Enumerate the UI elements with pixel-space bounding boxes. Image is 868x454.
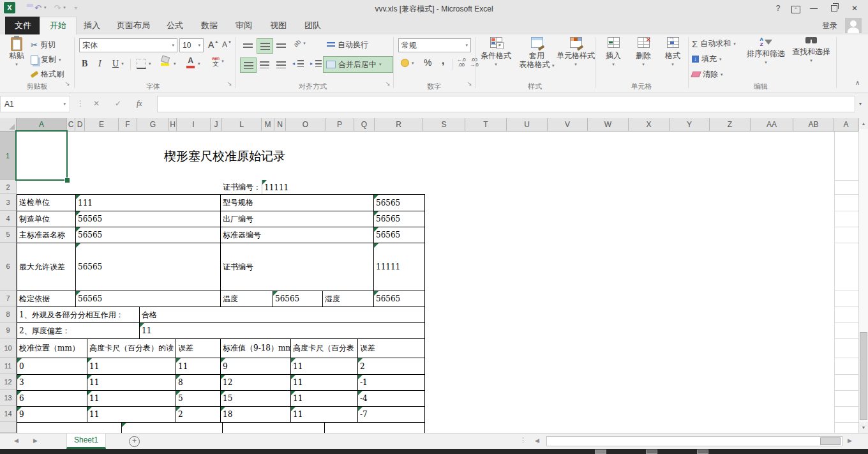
tab-file[interactable]: 文件 bbox=[5, 17, 41, 34]
column-header-q[interactable]: Q bbox=[354, 118, 375, 132]
tab-insert[interactable]: 插入 bbox=[74, 17, 110, 34]
check2-label-cell[interactable]: 2、厚度偏差： bbox=[17, 322, 140, 339]
find-select-button[interactable]: 查找和选择 ▾ bbox=[790, 37, 832, 65]
row-header-12[interactable]: 12 bbox=[0, 374, 17, 390]
info-cell-r6c3[interactable]: 证书编号 bbox=[220, 243, 374, 291]
name-box[interactable]: A1 ▾ bbox=[0, 96, 70, 112]
formula-input[interactable] bbox=[157, 96, 855, 112]
tab-scroll-split-handle[interactable]: ⋮ bbox=[520, 436, 527, 444]
close-button[interactable]: ✕ bbox=[846, 3, 863, 14]
ribbon-display-options-button[interactable]: ⌃ bbox=[788, 3, 804, 14]
meas-header-c4[interactable]: 标准值（9-18）mm bbox=[220, 338, 291, 358]
column-header-t[interactable]: T bbox=[465, 118, 507, 132]
tab-home[interactable]: 开始 bbox=[40, 17, 77, 35]
column-header-a[interactable]: A bbox=[17, 118, 67, 132]
info-cell-r5c4[interactable]: 56565 bbox=[373, 227, 425, 243]
increase-indent-button[interactable]: ▸ bbox=[310, 60, 322, 67]
meas-cell-r11c2[interactable]: 11 bbox=[87, 358, 176, 375]
meas-cell-r12c1[interactable]: 3 bbox=[17, 374, 87, 391]
enter-entry-button[interactable]: ✓ bbox=[115, 99, 121, 108]
meas-cell-r13c5[interactable]: 11 bbox=[290, 390, 358, 407]
check1-value-cell[interactable]: 合格 bbox=[139, 306, 425, 323]
decrease-indent-button[interactable]: ◂ bbox=[292, 60, 304, 67]
info-cell-r5c1[interactable]: 主标准器名称 bbox=[17, 227, 76, 243]
sign-in-link[interactable]: 登录 bbox=[822, 17, 837, 34]
meas-cell-r13c6[interactable]: -4 bbox=[357, 390, 425, 407]
doc-title-cell[interactable]: 楔形塞尺校准原始记录 bbox=[75, 132, 374, 181]
align-top-button[interactable] bbox=[240, 38, 255, 52]
name-box-dropdown-icon[interactable]: ▾ bbox=[63, 102, 66, 107]
accounting-format-button[interactable]: ▾ bbox=[401, 59, 414, 67]
font-color-dropdown[interactable]: ▾ bbox=[198, 61, 200, 66]
meas-cell-r14c4[interactable]: 18 bbox=[220, 406, 291, 423]
meas-header-c5[interactable]: 高度卡尺（百分表 bbox=[290, 338, 358, 358]
row-header-13[interactable]: 13 bbox=[0, 390, 17, 406]
align-left-button[interactable] bbox=[240, 57, 257, 73]
fill-color-dropdown[interactable]: ▾ bbox=[174, 61, 176, 66]
info-cell-r3c4[interactable]: 56565 bbox=[373, 194, 425, 211]
column-header-y[interactable]: Y bbox=[670, 118, 710, 132]
column-header-d[interactable]: D bbox=[75, 118, 85, 132]
bold-button[interactable]: B bbox=[82, 59, 87, 69]
column-header-c[interactable]: C bbox=[67, 118, 75, 132]
autosum-button[interactable]: Σ 自动求和 ▾ bbox=[692, 38, 736, 49]
row-header-1[interactable]: 1 bbox=[0, 132, 17, 180]
column-header-w[interactable]: W bbox=[588, 118, 629, 132]
number-dialog-launcher[interactable]: ↘ bbox=[467, 80, 472, 87]
meas-cell-r12c6[interactable]: -1 bbox=[357, 374, 425, 391]
info-cell-r3c3[interactable]: 型号规格 bbox=[220, 194, 374, 211]
row-header-3[interactable]: 3 bbox=[0, 194, 17, 211]
env-cell-c3[interactable]: 温度 bbox=[220, 291, 273, 307]
prev-sheet-button[interactable]: ◀ bbox=[14, 437, 19, 444]
clear-button[interactable]: 清除 ▾ bbox=[692, 69, 723, 80]
meas-header-c6[interactable]: 误差 bbox=[357, 338, 425, 358]
meas-cell-r11c3[interactable]: 11 bbox=[176, 358, 221, 375]
font-dialog-launcher[interactable]: ↘ bbox=[227, 80, 232, 87]
column-header-l[interactable]: L bbox=[222, 118, 262, 132]
cut-button[interactable]: ✂ 剪切 bbox=[31, 40, 56, 50]
meas-cell-r13c3[interactable]: 5 bbox=[176, 390, 221, 407]
column-header-j[interactable]: J bbox=[211, 118, 222, 132]
hscroll-left-button[interactable]: ◀ bbox=[535, 437, 539, 444]
meas-cell-r12c4[interactable]: 12 bbox=[220, 374, 291, 391]
tab-view[interactable]: 视图 bbox=[260, 17, 296, 34]
shrink-font-button[interactable]: A▼ bbox=[222, 40, 232, 49]
info-cell-r3c1[interactable]: 送检单位 bbox=[17, 194, 76, 211]
merge-center-button[interactable]: 合并后居中 ▾ bbox=[323, 56, 393, 73]
env-cell-c5[interactable]: 湿度 bbox=[322, 291, 374, 307]
info-cell-r4c1[interactable]: 制造单位 bbox=[17, 211, 76, 227]
env-cell-c2[interactable]: 56565 bbox=[75, 291, 221, 307]
hscroll-right-button[interactable]: ▶ bbox=[848, 437, 852, 444]
active-cell-selection[interactable] bbox=[15, 130, 68, 181]
row-header-9[interactable]: 9 bbox=[0, 322, 17, 338]
check2-value-cell[interactable]: 11 bbox=[139, 322, 425, 339]
page-break-view-button[interactable] bbox=[697, 450, 708, 454]
formula-bar-divider[interactable]: ⋮ bbox=[77, 99, 84, 108]
restore-button[interactable] bbox=[826, 3, 842, 14]
alignment-dialog-launcher[interactable]: ↘ bbox=[385, 80, 391, 87]
info-cell-r4c2[interactable]: 56565 bbox=[75, 211, 221, 227]
column-header-i[interactable]: I bbox=[177, 118, 211, 132]
row-header-2[interactable]: 2 bbox=[0, 180, 17, 194]
meas-cell-r14c6[interactable]: -7 bbox=[357, 406, 425, 423]
meas-cell-r11c1[interactable]: 0 bbox=[17, 358, 87, 375]
italic-button[interactable]: I bbox=[98, 59, 101, 69]
meas-header-c3[interactable]: 误差 bbox=[176, 338, 221, 358]
meas-cell-r12c2[interactable]: 11 bbox=[87, 374, 176, 391]
fill-color-button[interactable] bbox=[161, 56, 169, 66]
sheet-tab-sheet1[interactable]: Sheet1 bbox=[66, 434, 106, 449]
column-header-e[interactable]: E bbox=[85, 118, 119, 132]
meas-cell-r12c5[interactable]: 11 bbox=[290, 374, 358, 391]
underline-button[interactable]: U ▾ bbox=[112, 59, 124, 69]
insert-cells-button[interactable]: 插入 ▾ bbox=[599, 37, 628, 69]
vertical-scroll-thumb[interactable] bbox=[860, 332, 867, 420]
meas-cell-r13c1[interactable]: 6 bbox=[17, 390, 87, 407]
font-color-button[interactable]: A bbox=[186, 56, 195, 68]
align-center-button[interactable] bbox=[257, 57, 272, 72]
column-header-v[interactable]: V bbox=[548, 118, 588, 132]
column-header-g[interactable]: G bbox=[137, 118, 169, 132]
orientation-button[interactable]: ab ▾ bbox=[294, 40, 306, 47]
meas-cell-r12c3[interactable]: 8 bbox=[176, 374, 221, 391]
borders-button[interactable]: ▾ bbox=[137, 59, 151, 69]
paste-button[interactable]: 粘贴 ▾ bbox=[5, 37, 28, 69]
